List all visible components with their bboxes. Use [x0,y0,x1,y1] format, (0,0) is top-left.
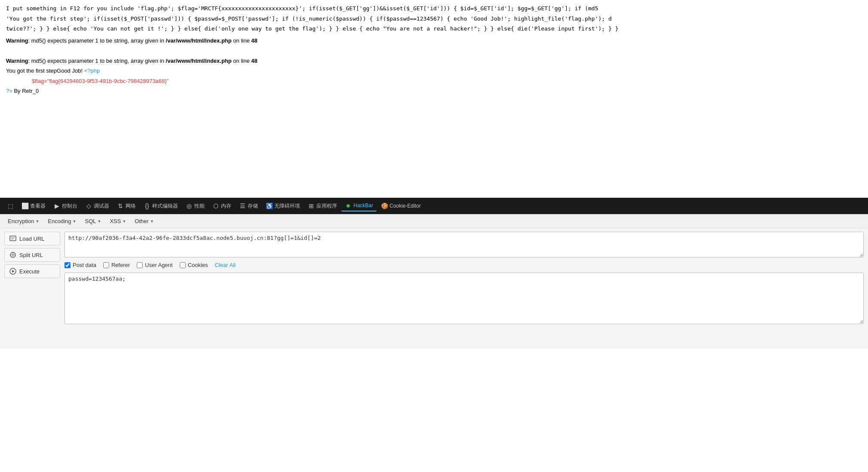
tool-viewer[interactable]: ⬜ 查看器 [18,201,49,211]
tool-memory[interactable]: ⬡ 内存 [209,201,235,211]
post-data-textarea[interactable] [64,273,864,324]
tool-style-editor[interactable]: {} 样式编辑器 [140,201,181,211]
warning-1-label: Warning [6,37,28,44]
execute-button[interactable]: Execute [4,264,60,278]
memory-label: 内存 [221,202,231,210]
style-editor-label: 样式编辑器 [152,202,178,210]
tool-storage[interactable]: ☰ 存储 [236,201,261,211]
url-input[interactable] [64,232,864,257]
referer-label: Referer [111,262,130,268]
tool-hackbar[interactable]: ● HackBar [341,200,377,211]
menu-encryption[interactable]: Encryption ▼ [4,216,43,226]
encoding-label: Encoding [48,218,71,224]
storage-icon: ☰ [239,202,246,209]
devtools-toolbar: ⬚ ⬜ 查看器 ▶ 控制台 ◇ 调试器 ⇅ 网络 {} 样式编辑器 ◎ 性能 ⬡… [0,198,868,214]
flag-line: $flag="flag{64294603-9f53-491b-9cbc-7984… [32,77,862,86]
style-editor-icon: {} [144,202,150,209]
hackbar-menu: Encryption ▼ Encoding ▼ SQL ▼ XSS ▼ Othe… [0,215,868,228]
php-close-tag: ?> [6,88,12,94]
cookies-checkbox-label[interactable]: Cookies [180,262,208,268]
tool-inspect[interactable]: ⬚ [3,201,17,211]
php-close-line: ?> By Retr_0 [6,87,862,95]
tool-accessibility[interactable]: ♿ 无障碍环境 [262,201,304,211]
warning-1-text: : md5() expects parameter 1 to be string… [28,37,166,44]
user-agent-checkbox[interactable] [137,262,143,268]
menu-encoding[interactable]: Encoding ▼ [44,216,80,226]
tool-network[interactable]: ⇅ 网络 [113,201,139,211]
step-text: You got the first stepGood Job! <?php [6,67,862,75]
warning-2-line: 48 [251,58,257,64]
post-data-checkbox-label[interactable]: Post data [64,262,96,268]
warning-2-label: Warning [6,58,28,64]
xss-label: XSS [110,218,121,224]
performance-icon: ◎ [186,202,193,209]
referer-checkbox[interactable] [103,262,109,268]
storage-label: 存储 [248,202,258,210]
menu-sql[interactable]: SQL ▼ [81,216,104,226]
warning-1-file: /var/www/html/index.php [166,37,232,44]
encoding-dropdown-arrow: ▼ [73,219,77,224]
load-url-icon [9,235,17,242]
tool-application[interactable]: ⊞ 应用程序 [304,201,340,211]
split-url-button[interactable]: Split URL [4,248,60,262]
referer-checkbox-label[interactable]: Referer [103,262,130,268]
cookies-checkbox[interactable] [180,262,186,268]
hackbar-panel: Encryption ▼ Encoding ▼ SQL ▼ XSS ▼ Othe… [0,214,868,349]
accessibility-icon: ♿ [266,202,273,209]
tool-console[interactable]: ▶ 控制台 [50,201,81,211]
warning-2-file: /var/www/html/index.php [166,58,232,64]
application-label: 应用程序 [316,202,337,210]
console-label: 控制台 [62,202,77,210]
cookie-editor-label: Cookie-Editor [390,203,421,209]
flag-var-name: $flag= [32,78,47,84]
xss-dropdown-arrow: ▼ [122,219,126,224]
checkbox-row: Post data Referer User Agent Cookies Cle… [64,261,864,269]
sql-label: SQL [85,218,96,224]
performance-label: 性能 [194,202,205,210]
encryption-label: Encryption [8,218,34,224]
warning-2: Warning: md5() expects parameter 1 to be… [6,57,862,65]
warning-1-line: 48 [251,37,257,44]
php-open-tag: <?php [84,67,100,74]
console-icon: ▶ [53,202,60,209]
code-line-1: I put something in F12 for you include '… [6,4,862,13]
tool-debugger[interactable]: ◇ 调试器 [82,201,113,211]
load-url-button[interactable]: Load URL [4,232,60,245]
split-url-label: Split URL [19,252,43,258]
warning-1-on: on line [232,37,252,44]
application-icon: ⊞ [308,202,315,209]
post-data-checkbox[interactable] [64,262,71,268]
code-line-3: twice??'; } } else{ echo 'You can not ge… [6,25,862,33]
good-job: Good Job! [57,67,84,74]
inspect-icon: ⬚ [7,202,14,209]
network-icon: ⇅ [117,202,124,209]
execute-label: Execute [19,268,40,275]
cookies-label: Cookies [188,262,208,268]
hackbar-label: HackBar [353,202,373,208]
clear-all-button[interactable]: Clear All [215,262,236,268]
split-url-icon [9,251,17,259]
tool-performance[interactable]: ◎ 性能 [182,201,208,211]
hackbar-left: Load URL Split URL Execu [4,232,60,345]
accessibility-label: 无障碍环境 [274,202,300,210]
hackbar-body: Load URL Split URL Execu [0,228,868,349]
hackbar-icon: ● [345,202,352,209]
viewer-icon: ⬜ [21,202,28,209]
user-agent-label: User Agent [145,262,172,268]
hackbar-right: Post data Referer User Agent Cookies Cle… [64,232,864,345]
warning-2-text: : md5() expects parameter 1 to be string… [28,58,166,64]
blank-line [6,46,862,55]
user-agent-checkbox-label[interactable]: User Agent [137,262,172,268]
cookie-editor-icon: 🍪 [381,202,388,209]
tool-cookie-editor[interactable]: 🍪 Cookie-Editor [377,201,424,211]
menu-xss[interactable]: XSS ▼ [106,216,129,226]
execute-icon [9,267,17,275]
sql-dropdown-arrow: ▼ [98,219,101,224]
flag-value: "flag{64294603-9f53-491b-9cbc-798428973a… [47,78,169,84]
other-dropdown-arrow: ▼ [150,219,154,224]
warning-1: Warning: md5() expects parameter 1 to be… [6,37,862,45]
svg-rect-0 [10,236,16,241]
step-label: You got the first step [6,67,57,74]
menu-other[interactable]: Other ▼ [131,216,157,226]
svg-marker-3 [12,270,15,273]
